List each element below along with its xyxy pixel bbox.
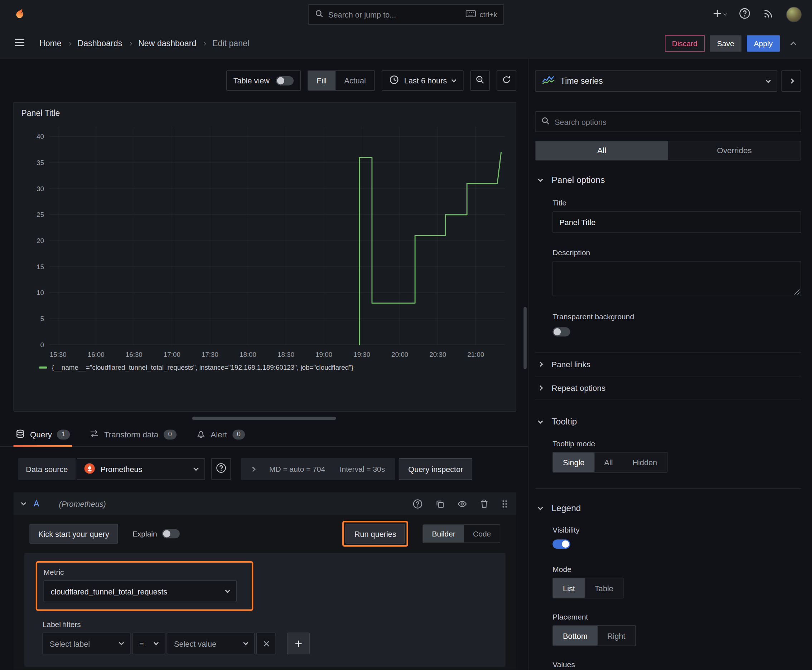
breadcrumb-dashboards[interactable]: Dashboards bbox=[78, 39, 122, 48]
kick-start-button[interactable]: Kick start your query bbox=[29, 524, 118, 544]
data-source-help-button[interactable] bbox=[211, 458, 231, 480]
zoom-out-button[interactable] bbox=[470, 71, 490, 91]
label-filters-row: Select label = Select value bbox=[42, 633, 494, 655]
options-search-input[interactable] bbox=[554, 117, 795, 126]
panel-options-section: Panel options Title Description Transpar… bbox=[535, 174, 801, 400]
global-search-input[interactable] bbox=[328, 10, 461, 19]
max-data-points-value: MD = auto = 704 bbox=[269, 465, 325, 473]
repeat-options-section[interactable]: Repeat options bbox=[535, 376, 801, 400]
metric-label: Metric bbox=[44, 568, 237, 576]
label-filters-label: Label filters bbox=[42, 620, 494, 628]
chart-legend[interactable]: {__name__="cloudflared_tunnel_total_requ… bbox=[20, 363, 512, 371]
main-area: Table view Fill Actual Last 6 hours bbox=[0, 58, 812, 670]
builder-option[interactable]: Builder bbox=[423, 525, 464, 543]
chevron-down-icon bbox=[451, 77, 456, 82]
visualization-picker[interactable]: Time series bbox=[535, 71, 777, 91]
legend-placement-bottom[interactable]: Bottom bbox=[553, 626, 598, 646]
collapse-header-button[interactable] bbox=[785, 35, 802, 52]
menu-toggle-button[interactable] bbox=[12, 35, 28, 52]
legend-title: Legend bbox=[551, 503, 581, 514]
collapse-query-icon[interactable] bbox=[21, 500, 26, 505]
tab-transform[interactable]: Transform data 0 bbox=[88, 423, 179, 446]
query-options-bar[interactable]: MD = auto = 704 Interval = 30s bbox=[241, 458, 395, 480]
panel-links-section[interactable]: Panel links bbox=[535, 352, 801, 376]
query-help-button[interactable] bbox=[413, 499, 422, 509]
tab-alert[interactable]: Alert 0 bbox=[194, 423, 247, 446]
user-avatar[interactable] bbox=[786, 7, 802, 22]
fill-option[interactable]: Fill bbox=[308, 71, 336, 90]
run-queries-button[interactable]: Run queries bbox=[346, 524, 405, 544]
tooltip-mode-single[interactable]: Single bbox=[553, 452, 594, 472]
svg-text:0: 0 bbox=[40, 341, 44, 349]
vertical-scrollbar-thumb[interactable] bbox=[524, 307, 527, 369]
operator-dropdown[interactable]: = bbox=[132, 633, 165, 655]
global-search[interactable]: ctrl+k bbox=[308, 4, 504, 25]
tab-overrides[interactable]: Overrides bbox=[668, 141, 800, 160]
svg-text:20:30: 20:30 bbox=[429, 351, 446, 358]
actual-option[interactable]: Actual bbox=[336, 71, 375, 90]
grafana-edit-panel-screen: ctrl+k bbox=[0, 0, 812, 670]
panel-options-header[interactable]: Panel options bbox=[535, 174, 801, 186]
data-source-picker[interactable]: Prometheus bbox=[76, 458, 205, 480]
transparent-background-switch[interactable] bbox=[553, 327, 570, 337]
tab-transform-label: Transform data bbox=[104, 430, 158, 439]
collapsed-subsections: Panel links Repeat options bbox=[535, 352, 801, 401]
news-button[interactable] bbox=[763, 8, 774, 21]
grafana-logo-icon[interactable] bbox=[12, 6, 29, 23]
breadcrumb-home[interactable]: Home bbox=[39, 39, 61, 48]
query-row-actions bbox=[413, 499, 508, 509]
chevron-right-icon bbox=[538, 386, 543, 391]
table-view-control: Table view bbox=[226, 71, 300, 91]
tab-query[interactable]: Query 1 bbox=[14, 423, 72, 446]
legend-mode-table[interactable]: Table bbox=[585, 579, 623, 598]
time-range-picker[interactable]: Last 6 hours bbox=[382, 71, 464, 91]
select-label-dropdown[interactable]: Select label bbox=[42, 633, 131, 655]
legend-placement-right[interactable]: Right bbox=[598, 626, 636, 646]
options-search[interactable] bbox=[535, 111, 801, 132]
duplicate-query-button[interactable] bbox=[436, 499, 444, 508]
explain-switch[interactable] bbox=[162, 529, 180, 538]
metric-value: cloudflared_tunnel_total_requests bbox=[51, 587, 168, 596]
toggle-viz-pane-button[interactable] bbox=[781, 71, 801, 91]
resize-handle-icon[interactable] bbox=[794, 289, 800, 294]
breadcrumb-new-dashboard[interactable]: New dashboard bbox=[138, 39, 196, 48]
refresh-button[interactable] bbox=[497, 71, 516, 91]
remove-filter-button[interactable] bbox=[256, 633, 276, 655]
clock-icon bbox=[390, 75, 399, 86]
apply-button[interactable]: Apply bbox=[746, 35, 780, 52]
operator-value: = bbox=[139, 639, 144, 648]
legend-visibility-switch[interactable] bbox=[553, 540, 570, 549]
topnav-actions bbox=[712, 7, 802, 22]
query-row-header[interactable]: A (Prometheus) bbox=[14, 492, 516, 515]
save-button[interactable]: Save bbox=[710, 35, 741, 52]
breadcrumb-edit-panel: Edit panel bbox=[212, 39, 249, 48]
breadcrumb-separator-icon bbox=[129, 42, 132, 45]
transparent-background-label: Transparent background bbox=[553, 313, 801, 321]
toggle-query-visibility-button[interactable] bbox=[457, 499, 467, 509]
code-option[interactable]: Code bbox=[464, 525, 500, 543]
time-series-chart[interactable]: 051015202530354015:3016:0016:3017:0017:3… bbox=[20, 121, 509, 360]
add-filter-button[interactable] bbox=[287, 633, 310, 655]
top-navbar: ctrl+k bbox=[0, 0, 812, 29]
select-value-dropdown[interactable]: Select value bbox=[167, 633, 255, 655]
tooltip-header[interactable]: Tooltip bbox=[535, 416, 801, 428]
query-inspector-button[interactable]: Query inspector bbox=[399, 458, 472, 480]
description-textarea[interactable] bbox=[553, 261, 801, 296]
split-pane-handle[interactable] bbox=[192, 416, 336, 420]
metric-select[interactable]: cloudflared_tunnel_total_requests bbox=[44, 580, 237, 602]
hamburger-icon bbox=[15, 38, 25, 49]
discard-button[interactable]: Discard bbox=[665, 35, 705, 52]
tooltip-mode-all[interactable]: All bbox=[594, 452, 622, 472]
legend-section: Legend Visibility Mode List Table Placem… bbox=[535, 488, 801, 670]
help-button[interactable] bbox=[739, 8, 751, 22]
tab-all[interactable]: All bbox=[536, 141, 668, 160]
drag-handle-icon[interactable] bbox=[501, 499, 508, 508]
visualization-row: Time series bbox=[535, 71, 801, 91]
new-menu-button[interactable] bbox=[712, 9, 726, 20]
tooltip-mode-hidden[interactable]: Hidden bbox=[622, 452, 667, 472]
legend-mode-list[interactable]: List bbox=[553, 579, 585, 598]
table-view-switch[interactable] bbox=[276, 76, 293, 85]
panel-title-input[interactable] bbox=[553, 211, 801, 233]
delete-query-button[interactable] bbox=[480, 499, 488, 508]
legend-header[interactable]: Legend bbox=[535, 502, 801, 515]
